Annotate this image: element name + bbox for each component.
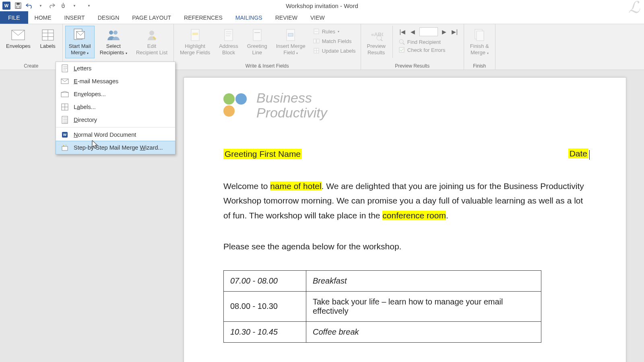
match-fields-button[interactable]: Match Fields	[311, 37, 358, 45]
update-labels-button[interactable]: Update Labels	[311, 47, 358, 55]
insert-merge-field-button[interactable]: Insert MergeField ▾	[272, 26, 309, 58]
directory-icon	[61, 116, 69, 124]
greeting-icon	[250, 28, 264, 42]
mail-merge-icon	[72, 28, 87, 42]
date-placeholder[interactable]: Date	[568, 149, 590, 160]
save-icon[interactable]	[14, 2, 22, 9]
paragraph-1[interactable]: Welcome to name of hotel. We are delight…	[223, 179, 590, 223]
finish-icon	[472, 28, 487, 42]
address-block-button[interactable]: AddressBlock	[215, 26, 242, 58]
ribbon-group-preview: «ABC» PreviewResults |◀ ◀ ▶ ▶| Find Reci…	[361, 24, 464, 70]
labels-icon	[41, 28, 55, 42]
brand-text: Business Productivity	[256, 90, 327, 121]
agenda-table[interactable]: 07.00 - 08.00 Breakfast 08.00 - 10.30 Ta…	[223, 270, 541, 343]
dd-envelopes[interactable]: Envelopes...	[56, 88, 175, 101]
prev-record-icon[interactable]: ◀	[409, 28, 417, 36]
edit-recipient-list-button[interactable]: EditRecipient List	[132, 26, 171, 58]
svg-line-33	[403, 43, 405, 45]
edit-list-icon	[144, 28, 159, 42]
start-mail-merge-button[interactable]: Start MailMerge ▾	[65, 26, 95, 58]
find-icon	[398, 39, 405, 45]
check-errors-button[interactable]: Check for Errors	[396, 46, 461, 54]
tab-file[interactable]: FILE	[0, 11, 28, 24]
ribbon-group-write-insert: HighlightMerge Fields AddressBlock Greet…	[174, 24, 361, 70]
svg-rect-51	[62, 146, 68, 150]
titlebar: W ▼ ▼ ▼ Workshop invitation - Word ℒ	[0, 0, 644, 11]
envelopes-button[interactable]: Envelopes	[2, 26, 34, 51]
envelope-open-icon	[61, 90, 69, 98]
tab-insert[interactable]: INSERT	[58, 11, 91, 24]
svg-point-12	[149, 31, 154, 35]
labels-small-icon	[61, 103, 69, 111]
insert-field-icon	[283, 28, 298, 42]
svg-rect-42	[61, 93, 68, 97]
hotel-placeholder: name of hotel	[270, 181, 321, 191]
find-recipient-button[interactable]: Find Recipient	[396, 38, 461, 46]
greeting-line-button[interactable]: GreetingLine	[244, 26, 271, 58]
redo-icon[interactable]	[48, 2, 56, 9]
svg-rect-46	[62, 116, 68, 123]
svg-rect-14	[192, 33, 198, 35]
preview-results-button[interactable]: «ABC» PreviewResults	[363, 26, 389, 58]
address-icon	[221, 28, 236, 42]
svg-rect-25	[317, 39, 319, 43]
word-doc-icon: W	[61, 131, 69, 139]
tab-home[interactable]: HOME	[28, 11, 58, 24]
highlight-merge-fields-button[interactable]: HighlightMerge Fields	[176, 26, 214, 58]
undo-icon[interactable]	[26, 2, 33, 9]
dd-letters[interactable]: Letters	[56, 62, 175, 75]
dd-labels[interactable]: Labels...	[56, 101, 175, 113]
dd-email[interactable]: E-mail Messages	[56, 75, 175, 88]
qat-customize-icon[interactable]: ▼	[85, 2, 93, 9]
undo-dropdown-icon[interactable]: ▼	[37, 2, 44, 9]
ribbon-tabstrip: FILE HOME INSERT DESIGN PAGE LAYOUT REFE…	[0, 11, 644, 24]
room-placeholder: conference room	[382, 211, 446, 220]
next-record-icon[interactable]: ▶	[440, 28, 448, 36]
word-app-icon[interactable]: W	[2, 2, 10, 10]
tab-mailings[interactable]: MAILINGS	[229, 11, 269, 24]
match-icon	[313, 38, 320, 44]
table-row: 10.30 - 10.45 Coffee break	[224, 321, 541, 342]
tab-references[interactable]: REFERENCES	[178, 11, 229, 24]
rules-button[interactable]: Rules ▾	[311, 27, 358, 35]
highlight-icon	[188, 28, 202, 42]
table-row: 08.00 - 10.30 Take back your life – lear…	[224, 291, 541, 321]
last-record-icon[interactable]: ▶|	[451, 28, 459, 36]
check-icon	[398, 47, 405, 53]
envelope-icon	[11, 28, 25, 42]
recipients-icon	[106, 28, 121, 42]
window-title: Workshop invitation - Word	[286, 2, 358, 9]
table-row: 07.00 - 08.00 Breakfast	[224, 270, 541, 291]
brand-logo: Business Productivity	[223, 90, 590, 121]
svg-line-31	[381, 39, 383, 41]
update-icon	[313, 47, 320, 54]
record-number-field[interactable]	[419, 27, 438, 36]
letter-icon	[61, 64, 69, 72]
select-recipients-button[interactable]: SelectRecipients ▾	[96, 26, 131, 58]
greeting-placeholder[interactable]: Greeting First Name	[223, 149, 302, 159]
svg-point-11	[114, 31, 118, 35]
dd-normal-doc[interactable]: W Normal Word Document	[56, 128, 175, 141]
quick-access-toolbar: W ▼ ▼ ▼	[0, 2, 93, 10]
first-record-icon[interactable]: |◀	[398, 28, 407, 36]
tab-design[interactable]: DESIGN	[91, 11, 126, 24]
svg-rect-1	[17, 3, 20, 5]
dd-directory[interactable]: Directory	[56, 113, 175, 126]
tab-page-layout[interactable]: PAGE LAYOUT	[126, 11, 178, 24]
tab-view[interactable]: VIEW	[304, 11, 331, 24]
rules-icon	[313, 28, 320, 35]
logo-graphic	[223, 93, 248, 117]
svg-rect-34	[399, 47, 404, 52]
document-page[interactable]: Business Productivity Greeting First Nam…	[184, 77, 626, 362]
svg-rect-36	[477, 31, 484, 41]
touch-mode-icon[interactable]	[60, 2, 67, 9]
touch-dropdown-icon[interactable]: ▼	[71, 2, 78, 9]
tab-review[interactable]: REVIEW	[269, 11, 304, 24]
ribbon-group-create: Envelopes Labels Create	[0, 24, 63, 70]
paragraph-2[interactable]: Please see the agenda below for the work…	[223, 239, 590, 254]
dd-wizard[interactable]: Step-by-Step Mail Merge Wizard...	[56, 141, 175, 154]
start-mail-merge-dropdown: Letters E-mail Messages Envelopes... Lab…	[56, 62, 175, 154]
svg-point-32	[399, 39, 403, 43]
labels-button[interactable]: Labels	[36, 26, 60, 51]
finish-merge-button[interactable]: Finish &Merge ▾	[466, 26, 493, 58]
